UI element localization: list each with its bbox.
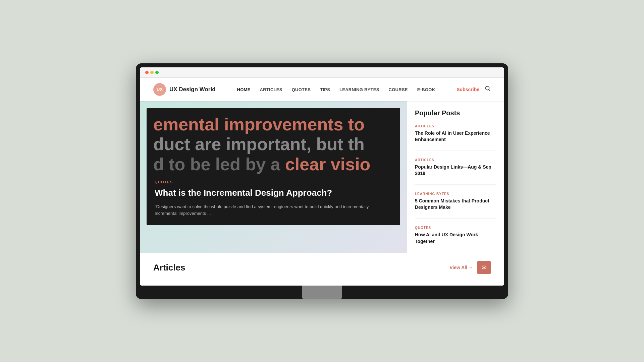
sidebar-title: Popular Posts <box>415 109 496 117</box>
nav-link-course: COURSE <box>389 87 408 92</box>
nav-link-learning-bytes: LEARNING BYTES <box>339 87 379 92</box>
svg-line-1 <box>489 90 490 91</box>
popular-post-1: ARTICLES The Role of AI in User Experien… <box>415 124 496 151</box>
hero-bg-line-2: duct are important, but th <box>153 134 393 155</box>
popular-post-3: LEARNING BYTES 5 Common Mistakes that Pr… <box>415 192 496 219</box>
subscribe-button[interactable]: Subscribe <box>457 87 479 92</box>
hero-bg-line-1: emental improvements to <box>153 115 393 135</box>
close-dot[interactable] <box>145 71 149 74</box>
hero-card[interactable]: emental improvements to duct are importa… <box>147 108 400 226</box>
logo-area[interactable]: UX UX Design World <box>153 83 216 96</box>
view-all-link[interactable]: View All → <box>449 265 473 270</box>
nav-link-ebook: E-BOOK <box>417 87 435 92</box>
articles-section-title: Articles <box>153 262 185 273</box>
hero-excerpt: "Designers want to solve the whole puzzl… <box>155 203 392 218</box>
search-button[interactable] <box>485 85 491 93</box>
post-category-2: ARTICLES <box>415 158 496 162</box>
nav-link-tips: TIPS <box>320 87 330 92</box>
post-category-3: LEARNING BYTES <box>415 192 496 196</box>
nav-item-home[interactable]: HOME <box>237 86 251 93</box>
nav-links: HOME ARTICLES QUOTES TIPS LEARNING BYTES… <box>237 86 435 93</box>
browser-bar <box>140 67 504 78</box>
hero-overlay-bottom: QUOTES What is the Incremental Design Ap… <box>147 175 400 225</box>
sidebar: Popular Posts ARTICLES The Role of AI in… <box>407 101 504 253</box>
hero-bg-line-3-color: clear visio <box>285 155 370 174</box>
monitor-stand <box>302 286 342 299</box>
post-title-2[interactable]: Popular Design Links—Aug & Sep 2018 <box>415 164 496 177</box>
hero-section: emental improvements to duct are importa… <box>140 101 407 253</box>
post-title-4[interactable]: How AI and UX Design Work Together <box>415 232 496 245</box>
bottom-right: View All → ✉ <box>449 261 491 274</box>
monitor-screen: UX UX Design World HOME ARTICLES QUOTES … <box>140 67 504 286</box>
main-layout: emental improvements to duct are importa… <box>140 101 504 253</box>
navbar: UX UX Design World HOME ARTICLES QUOTES … <box>140 78 504 101</box>
browser-dots <box>145 71 159 74</box>
logo-text: UX Design World <box>169 86 216 93</box>
nav-item-learning-bytes[interactable]: LEARNING BYTES <box>339 86 379 93</box>
logo-icon: UX <box>153 83 166 96</box>
hero-bg-text: emental improvements to duct are importa… <box>147 108 400 175</box>
hero-title: What is the Incremental Design Approach? <box>155 187 392 199</box>
nav-item-course[interactable]: COURSE <box>389 86 408 93</box>
hero-category: QUOTES <box>155 180 392 184</box>
post-title-1[interactable]: The Role of AI in User Experience Enhanc… <box>415 130 496 143</box>
post-title-3[interactable]: 5 Common Mistakes that Product Designers… <box>415 198 496 211</box>
nav-link-home: HOME <box>237 87 251 92</box>
svg-point-0 <box>485 86 489 90</box>
post-category-1: ARTICLES <box>415 124 496 128</box>
nav-item-quotes[interactable]: QUOTES <box>292 86 311 93</box>
popular-post-4: QUOTES How AI and UX Design Work Togethe… <box>415 226 496 245</box>
post-category-4: QUOTES <box>415 226 496 230</box>
nav-link-articles: ARTICLES <box>260 87 282 92</box>
nav-link-quotes: QUOTES <box>292 87 311 92</box>
bottom-section: Articles View All → ✉ <box>140 253 504 282</box>
nav-item-articles[interactable]: ARTICLES <box>260 86 282 93</box>
search-icon <box>485 85 491 92</box>
hero-bg-line-3-gray: d to be led by a <box>153 155 285 174</box>
nav-item-tips[interactable]: TIPS <box>320 86 330 93</box>
monitor: UX UX Design World HOME ARTICLES QUOTES … <box>136 63 508 299</box>
website: UX UX Design World HOME ARTICLES QUOTES … <box>140 78 504 286</box>
nav-item-ebook[interactable]: E-BOOK <box>417 86 435 93</box>
minimize-dot[interactable] <box>150 71 154 74</box>
popular-post-2: ARTICLES Popular Design Links—Aug & Sep … <box>415 158 496 185</box>
email-fab-button[interactable]: ✉ <box>477 261 491 274</box>
hero-bg-line-3: d to be led by a clear visio <box>153 155 393 175</box>
nav-right: Subscribe <box>457 85 491 93</box>
maximize-dot[interactable] <box>155 71 159 74</box>
